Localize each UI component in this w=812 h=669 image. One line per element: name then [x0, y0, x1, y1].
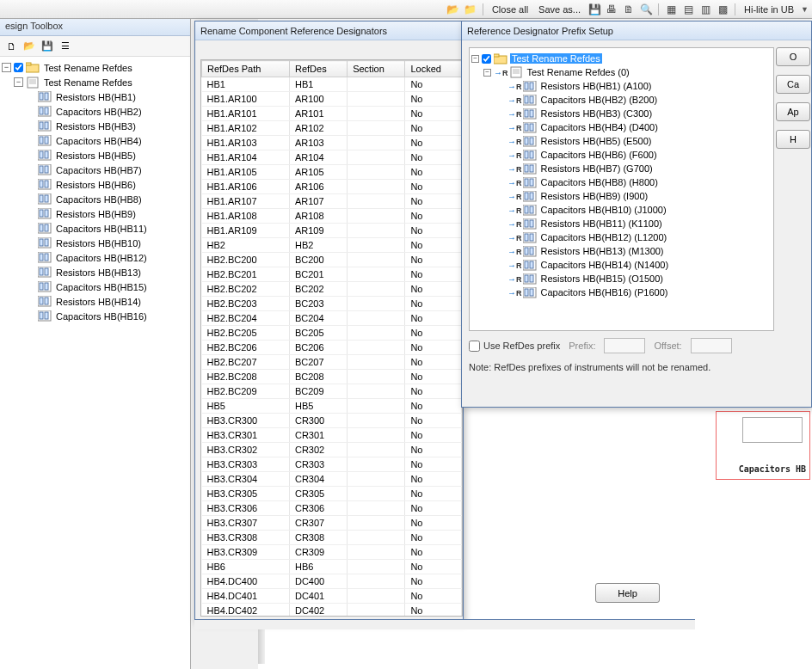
open-icon[interactable]: 📂 — [446, 3, 460, 16]
table-row[interactable]: HB4.DC401 DC401 No — [202, 589, 462, 604]
prefix-tree-item[interactable]: →R Resistors HB(HB13) (M1300) — [471, 244, 772, 258]
table-row[interactable]: HB3.CR300 CR300 No — [202, 414, 462, 428]
table-row[interactable]: HB2.BC200 BC200 No — [202, 253, 462, 267]
table-row[interactable]: HB5 HB5 No — [202, 399, 462, 414]
table-row[interactable]: HB2.BC206 BC206 No — [202, 341, 462, 355]
prefix-tree-item[interactable]: →R Capacitors HB(HB14) (N1400) — [471, 258, 772, 272]
table-row[interactable]: HB6 HB6 No — [202, 560, 462, 574]
col-refdes[interactable]: RefDes — [289, 61, 347, 77]
prefix-tree-item[interactable]: →R Resistors HB(HB9) (I900) — [471, 189, 772, 203]
table-row[interactable]: HB1.AR109 AR109 No — [202, 224, 462, 238]
table-row[interactable]: HB3.CR304 CR304 No — [202, 472, 462, 487]
table-row[interactable]: HB2.BC207 BC207 No — [202, 355, 462, 370]
table-row[interactable]: HB4.DC402 DC402 No — [202, 604, 462, 617]
col-locked[interactable]: Locked — [405, 61, 462, 77]
tree-item[interactable]: Capacitors HB(HB16) — [2, 309, 188, 323]
collapse-icon[interactable]: − — [483, 69, 491, 77]
tree-item[interactable]: Resistors HB(HB10) — [2, 236, 188, 250]
table-row[interactable]: HB2.BC202 BC202 No — [202, 282, 462, 297]
prefix-tree-item[interactable]: →R Resistors HB(HB7) (G700) — [471, 162, 772, 175]
table-row[interactable]: HB1.AR107 AR107 No — [202, 194, 462, 209]
table-row[interactable]: HB1.AR102 AR102 No — [202, 121, 462, 136]
prefix-tree-root[interactable]: − Test Rename Refdes — [471, 52, 772, 65]
tree-item[interactable]: Capacitors HB(HB2) — [2, 104, 188, 119]
table-row[interactable]: HB2 HB2 No — [202, 238, 462, 253]
table-row[interactable]: HB1.AR104 AR104 No — [202, 150, 462, 165]
prefix-tree-item[interactable]: →R Resistors HB(HB11) (K1100) — [471, 217, 772, 230]
prefix-tree-item[interactable]: →R Capacitors HB(HB2) (B200) — [471, 93, 772, 107]
tree-item[interactable]: Resistors HB(HB9) — [2, 206, 188, 221]
tree-item[interactable]: Capacitors HB(HB8) — [2, 192, 188, 206]
tree-item[interactable]: Capacitors HB(HB7) — [2, 163, 188, 177]
table-row[interactable]: HB1.AR101 AR101 No — [202, 107, 462, 121]
toolbox-list-icon[interactable]: ☰ — [58, 39, 73, 54]
rename-table[interactable]: RefDes Path RefDes Section Locked HB1 HB… — [201, 60, 462, 617]
prefix-root-check[interactable] — [482, 54, 491, 64]
tree-doc[interactable]: − Test Rename Refdes — [2, 75, 188, 89]
prefix-tree-item[interactable]: →R Resistors HB(HB15) (O1500) — [471, 272, 772, 285]
collapse-icon[interactable]: − — [14, 77, 23, 87]
table-row[interactable]: HB3.CR301 CR301 No — [202, 428, 462, 443]
toolbox-save-icon[interactable]: 💾 — [40, 39, 55, 54]
apply-button[interactable]: Ap — [776, 102, 810, 121]
help-button[interactable]: Help — [595, 583, 660, 603]
cancel-button[interactable]: Ca — [776, 75, 810, 94]
tree-item[interactable]: Resistors HB(HB3) — [2, 119, 188, 133]
search-icon[interactable]: 🔍 — [639, 3, 653, 16]
table-row[interactable]: HB3.CR306 CR306 No — [202, 501, 462, 516]
table-row[interactable]: HB3.CR307 CR307 No — [202, 516, 462, 531]
hilite-link[interactable]: Hi-lite in UB — [741, 4, 797, 15]
table-row[interactable]: HB2.BC205 BC205 No — [202, 326, 462, 341]
prefix-tree-item[interactable]: →R Capacitors HB(HB8) (H800) — [471, 175, 772, 189]
table-row[interactable]: HB1 HB1 No — [202, 77, 462, 92]
prefix-tree-item[interactable]: →R Capacitors HB(HB12) (L1200) — [471, 230, 772, 244]
tree-root[interactable]: − Test Rename Refdes — [2, 60, 188, 75]
col-section[interactable]: Section — [348, 61, 405, 77]
grid3-icon[interactable]: ▥ — [698, 3, 712, 16]
table-row[interactable]: HB2.BC209 BC209 No — [202, 384, 462, 399]
tree-item[interactable]: Resistors HB(HB14) — [2, 294, 188, 309]
tree-root-check[interactable] — [14, 63, 23, 72]
prefix-tree-item[interactable]: →R Resistors HB(HB3) (C300) — [471, 107, 772, 120]
tree-item[interactable]: Capacitors HB(HB12) — [2, 250, 188, 265]
preview-icon[interactable]: 🗎 — [622, 3, 636, 16]
grid1-icon[interactable]: ▦ — [664, 3, 678, 16]
table-row[interactable]: HB2.BC203 BC203 No — [202, 297, 462, 311]
prefix-tree-item[interactable]: →R Capacitors HB(HB10) (J1000) — [471, 203, 772, 217]
table-row[interactable]: HB1.AR106 AR106 No — [202, 180, 462, 194]
use-refdes-prefix-checkbox[interactable] — [469, 341, 480, 352]
col-path[interactable]: RefDes Path — [202, 61, 290, 77]
design-tree[interactable]: − Test Rename Refdes − Test Rename Refde… — [0, 57, 190, 669]
table-row[interactable]: HB2.BC208 BC208 No — [202, 370, 462, 384]
tree-item[interactable]: Resistors HB(HB13) — [2, 265, 188, 279]
prefix-tree-item[interactable]: →R Capacitors HB(HB16) (P1600) — [471, 285, 772, 299]
prefix-tree[interactable]: − Test Rename Refdes − →R Test Rename Re… — [469, 47, 774, 331]
grid2-icon[interactable]: ▤ — [681, 3, 695, 16]
table-row[interactable]: HB1.AR103 AR103 No — [202, 136, 462, 150]
grid4-icon[interactable]: ▩ — [716, 3, 729, 16]
prefix-tree-item[interactable]: →R Resistors HB(HB1) (A100) — [471, 79, 772, 93]
prefix-tree-doc[interactable]: − →R Test Rename Refdes (0) — [471, 65, 772, 79]
tree-item[interactable]: Resistors HB(HB6) — [2, 177, 188, 192]
save-icon[interactable]: 💾 — [587, 3, 601, 16]
toolbox-open-icon[interactable]: 📂 — [22, 39, 37, 54]
ok-button[interactable]: O — [776, 47, 810, 66]
collapse-icon[interactable]: − — [2, 63, 11, 72]
tree-item[interactable]: Resistors HB(HB5) — [2, 148, 188, 163]
table-row[interactable]: HB3.CR305 CR305 No — [202, 487, 462, 501]
tree-item[interactable]: Capacitors HB(HB4) — [2, 133, 188, 148]
use-refdes-prefix-check[interactable]: Use RefDes prefix — [469, 341, 560, 352]
table-row[interactable]: HB3.CR309 CR309 No — [202, 545, 462, 560]
toolbox-new-icon[interactable]: 🗋 — [3, 39, 19, 54]
table-row[interactable]: HB2.BC201 BC201 No — [202, 267, 462, 282]
table-row[interactable]: HB2.BC204 BC204 No — [202, 311, 462, 326]
print-icon[interactable]: 🖶 — [605, 3, 618, 16]
table-row[interactable]: HB1.AR100 AR100 No — [202, 92, 462, 107]
table-row[interactable]: HB1.AR108 AR108 No — [202, 209, 462, 224]
prefix-tree-item[interactable]: →R Resistors HB(HB5) (E500) — [471, 134, 772, 148]
table-row[interactable]: HB4.DC400 DC400 No — [202, 574, 462, 589]
table-row[interactable]: HB3.CR303 CR303 No — [202, 457, 462, 472]
table-row[interactable]: HB3.CR308 CR308 No — [202, 531, 462, 545]
tree-item[interactable]: Capacitors HB(HB15) — [2, 279, 188, 294]
help-side-button[interactable]: H — [776, 130, 810, 149]
